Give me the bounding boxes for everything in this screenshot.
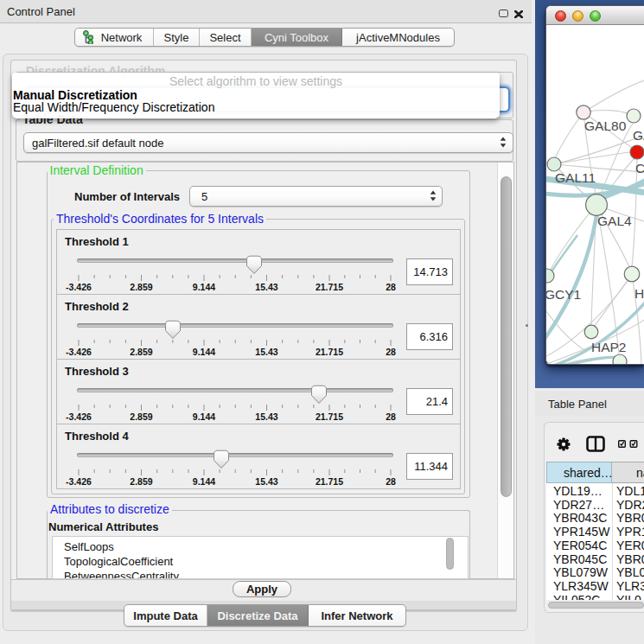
svg-text:GA: GA [633, 128, 644, 143]
svg-text:H: H [634, 286, 644, 301]
svg-text:GAL80: GAL80 [584, 118, 627, 133]
svg-text:GAL4: GAL4 [597, 214, 632, 228]
svg-text:C: C [635, 161, 644, 175]
svg-text:HAP2: HAP2 [591, 340, 627, 354]
svg-text:GCY1: GCY1 [546, 287, 581, 302]
svg-text:GAL11: GAL11 [555, 170, 596, 185]
